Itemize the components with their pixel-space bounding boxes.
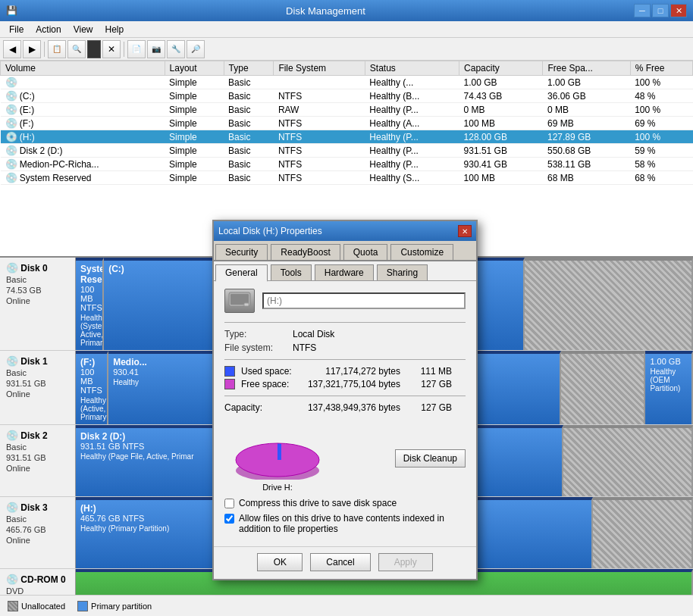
pie-container: Drive H: <box>224 419 331 492</box>
free-label: Free space: <box>241 379 302 389</box>
type-value: Local Disk <box>293 329 334 339</box>
tab-security[interactable]: Security <box>215 244 268 260</box>
checkbox-section: Compress this drive to save disk space A… <box>224 498 466 534</box>
modal-title: Local Disk (H:) Properties <box>218 226 322 236</box>
index-row: Allow files on this drive to have conten… <box>224 513 466 534</box>
pie-section: Drive H: Disk Cleanup <box>224 419 466 492</box>
fs-value: NTFS <box>293 342 316 353</box>
free-color-box <box>224 379 235 389</box>
index-checkbox[interactable] <box>224 514 234 524</box>
used-bytes: 117,174,272 bytes <box>302 366 400 377</box>
tab-hardware[interactable]: Hardware <box>315 264 374 280</box>
type-row: Type: Local Disk <box>224 329 466 339</box>
modal-tab-bar-2: General Tools Hardware Sharing <box>214 261 476 281</box>
tab-customize[interactable]: Customize <box>390 244 453 260</box>
modal-tab-bar: Security ReadyBoost Quota Customize <box>214 241 476 261</box>
compress-label[interactable]: Compress this drive to save disk space <box>239 498 397 508</box>
space-section: Used space: 117,174,272 bytes 111 MB Fre… <box>224 366 466 389</box>
fs-label: File system: <box>224 342 293 353</box>
type-label: Type: <box>224 329 293 339</box>
disk-cleanup-button[interactable]: Disk Cleanup <box>395 449 466 467</box>
tab-general[interactable]: General <box>215 264 268 282</box>
separator1 <box>224 322 466 323</box>
used-color-box <box>224 366 235 377</box>
capacity-bytes: 137,438,949,376 bytes <box>302 402 400 413</box>
used-space-row: Used space: 117,174,272 bytes 111 MB <box>224 366 466 377</box>
drive-icon-large <box>224 289 255 313</box>
pie-chart <box>228 419 327 480</box>
pie-label: Drive H: <box>262 483 293 492</box>
used-label: Used space: <box>241 366 302 377</box>
tab-sharing[interactable]: Sharing <box>377 264 428 280</box>
capacity-label: Capacity: <box>224 402 285 413</box>
svg-rect-2 <box>244 303 249 306</box>
modal-body: Type: Local Disk File system: NTFS Used … <box>214 281 476 546</box>
drive-section <box>224 289 466 313</box>
tab-quota[interactable]: Quota <box>343 244 388 260</box>
used-human: 111 MB <box>406 366 452 377</box>
compress-row: Compress this drive to save disk space <box>224 498 466 508</box>
fs-row: File system: NTFS <box>224 342 466 353</box>
cancel-button[interactable]: Cancel <box>310 553 370 571</box>
properties-dialog: Local Disk (H:) Properties ✕ Security Re… <box>212 220 478 580</box>
modal-footer: OK Cancel Apply <box>214 546 476 579</box>
free-bytes: 137,321,775,104 bytes <box>302 379 400 389</box>
ok-button[interactable]: OK <box>257 553 303 571</box>
capacity-row: Capacity: 137,438,949,376 bytes 127 GB <box>224 402 466 413</box>
index-label[interactable]: Allow files on this drive to have conten… <box>239 513 466 534</box>
svg-rect-3 <box>230 305 243 306</box>
tab-tools[interactable]: Tools <box>271 264 312 280</box>
tab-readyboost[interactable]: ReadyBoost <box>271 244 340 260</box>
modal-close-button[interactable]: ✕ <box>458 225 472 237</box>
drive-name-input[interactable] <box>262 292 466 309</box>
apply-button[interactable]: Apply <box>378 553 433 571</box>
capacity-human: 127 GB <box>406 402 452 413</box>
free-space-row: Free space: 137,321,775,104 bytes 127 GB <box>224 379 466 389</box>
separator3 <box>224 396 466 396</box>
separator2 <box>224 359 466 360</box>
modal-overlay: Local Disk (H:) Properties ✕ Security Re… <box>0 0 693 616</box>
modal-title-bar: Local Disk (H:) Properties ✕ <box>214 221 476 241</box>
free-human: 127 GB <box>406 379 452 389</box>
compress-checkbox[interactable] <box>224 499 234 508</box>
